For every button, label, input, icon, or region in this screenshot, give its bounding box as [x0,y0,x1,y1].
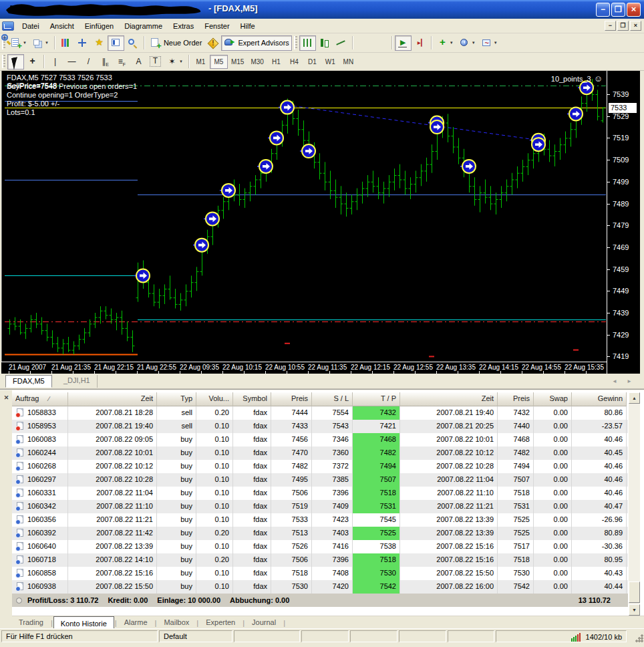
profiles-button[interactable]: ▼ [29,35,51,51]
toolbar-grip[interactable] [294,36,297,49]
column-header-sl-6[interactable]: S / L [312,392,353,406]
history-row-1058833[interactable]: 10588332007.08.21 18:28sell0.20fdax74447… [12,406,628,420]
status-profile[interactable]: Default [159,630,232,642]
timeframe-mn-button[interactable]: MN [339,55,357,69]
auto-scroll-button[interactable]: ▶ [395,35,412,51]
market-watch-button[interactable] [57,35,74,51]
timeframe-h1-button[interactable]: H1 [267,55,285,69]
cursor-button[interactable] [7,54,24,70]
text-button[interactable]: A [130,54,147,70]
menu-fenster[interactable]: Fenster [199,20,234,32]
trade-marker-icon[interactable] [281,101,294,114]
menu-ansicht[interactable]: Ansicht [45,20,79,32]
tab-scroll-arrows[interactable]: ◄ ► [612,378,636,384]
column-header-preis-9[interactable]: Preis [498,392,534,406]
close-button[interactable]: × [627,3,641,17]
history-row-1060342[interactable]: 10603422007.08.22 11:10buy0.10fdax751974… [12,500,628,513]
bar-chart-button[interactable] [299,35,316,51]
expert-advisors-button[interactable]: Expert Advisors [221,35,291,51]
mdi-restore-button[interactable]: ❐ [617,21,629,31]
history-row-1058953[interactable]: 10589532007.08.21 19:40sell0.10fdax74337… [12,420,628,433]
time-axis[interactable]: 21 Aug 200721 Aug 21:3521 Aug 22:1521 Au… [1,362,607,374]
history-row-1060083[interactable]: 10600832007.08.22 09:05buy0.10fdax745673… [12,433,628,446]
trade-marker-icon[interactable] [430,120,444,134]
text-label-button[interactable]: T [147,54,164,70]
timeframe-m5-button[interactable]: M5 [210,55,228,69]
trade-marker-icon[interactable] [270,131,283,144]
trade-marker-icon[interactable] [259,160,273,173]
terminal-scrollbar[interactable]: ▲ ▼ [629,392,640,616]
zoom-out-button[interactable]: − [372,35,389,51]
terminal-button[interactable] [108,35,124,51]
chart-tab-fdaxm5[interactable]: FDAX,M5 [5,375,52,388]
column-header-swap-10[interactable]: Swap [534,392,572,406]
history-row-1060392[interactable]: 10603922007.08.22 11:42buy0.20fdax751374… [12,527,628,540]
data-window-button[interactable] [74,35,91,51]
trade-marker-icon[interactable] [136,269,150,282]
menu-einfügen[interactable]: Einfügen [79,20,119,32]
trade-marker-icon[interactable] [532,138,545,151]
line-chart-button[interactable] [333,35,349,51]
column-header-zeit-1[interactable]: Zeit [68,392,157,406]
terminal-tab-experten[interactable]: Experten [199,617,242,629]
trade-marker-icon[interactable] [302,144,315,158]
column-header-zeit-8[interactable]: Zeit [400,392,498,406]
chart-shift-button[interactable]: ▸┃ [412,35,428,51]
vertical-line-button[interactable]: | [47,54,63,70]
price-chart[interactable] [1,71,607,362]
channel-button[interactable]: ∥E [97,54,114,70]
crosshair-button[interactable]: + [24,54,41,70]
mdi-close-button[interactable]: × [630,21,641,31]
column-header-tp-7[interactable]: T / P [353,392,400,406]
history-row-1060331[interactable]: 10603312007.08.22 11:04buy0.10fdax750673… [12,487,628,500]
timeframe-m1-button[interactable]: M1 [192,55,210,69]
menu-datei[interactable]: Datei [17,20,45,32]
column-header-preis-5[interactable]: Preis [271,392,312,406]
zoom-in-button[interactable]: + [355,35,372,51]
trendline-button[interactable]: / [80,54,97,70]
column-header-gewinn-11[interactable]: Gewinn [572,392,627,406]
chart-tab-djih1[interactable]: _DJI,H1 [57,375,98,388]
arrows-button[interactable]: ✶▼ [164,54,186,70]
menu-extras[interactable]: Extras [168,20,199,32]
horizontal-line-button[interactable]: — [63,54,80,70]
terminal-tab-trading[interactable]: Trading [12,617,50,629]
menu-diagramme[interactable]: Diagramme [119,20,168,32]
timeframe-w1-button[interactable]: W1 [321,55,339,69]
timeframe-m15-button[interactable]: M15 [228,55,247,69]
scroll-down-icon[interactable]: ▼ [629,604,640,616]
resize-grip[interactable] [635,634,643,642]
menu-hilfe[interactable]: Hilfe [235,20,261,32]
timeframe-d1-button[interactable]: D1 [303,55,321,69]
history-row-1060938[interactable]: 10609382007.08.22 15:50buy0.10fdax753074… [12,580,628,594]
trend-line[interactable] [287,105,538,140]
maximize-button[interactable]: ❐ [611,3,625,17]
history-row-1060640[interactable]: 10606402007.08.22 13:39buy0.10fdax752674… [12,540,628,553]
trade-marker-icon[interactable] [462,160,476,173]
column-header-typ-2[interactable]: Typ [157,392,196,406]
timeframe-h4-button[interactable]: H4 [285,55,303,69]
toolbar-grip[interactable] [2,55,5,68]
history-row-1060356[interactable]: 10603562007.08.22 11:21buy0.10fdax753374… [12,513,628,527]
scroll-up-icon[interactable]: ▲ [629,392,640,404]
history-row-1060858[interactable]: 10608582007.08.22 15:16buy0.10fdax751874… [12,567,628,580]
terminal-tab-alarme[interactable]: Alarme [118,617,154,629]
new-order-button[interactable]: +Neue Order [147,35,204,51]
trade-marker-icon[interactable] [195,239,208,252]
column-header-volu-3[interactable]: Volu... [196,392,233,406]
terminal-tab-konto-historie[interactable]: Konto Historie [53,616,114,628]
history-row-1060268[interactable]: 10602682007.08.22 10:12buy0.10fdax748273… [12,460,628,473]
trade-marker-icon[interactable] [206,212,219,225]
mdi-minimize-button[interactable]: − [605,21,616,31]
candlestick-chart-button[interactable] [316,35,333,51]
chart-window-icon[interactable] [2,21,14,31]
title-bar[interactable]: - [FDAX,M5] − ❐ × [0,0,644,19]
navigator-button[interactable]: ★ [91,35,108,51]
trade-marker-icon[interactable] [222,184,235,197]
history-row-1060297[interactable]: 10602972007.08.22 10:28buy0.10fdax749573… [12,473,628,487]
templates-button[interactable]: ▼ [478,35,500,51]
fibonacci-button[interactable]: ≡F [114,54,130,70]
price-axis[interactable]: 7539752975197509749974897479746974597449… [607,71,640,374]
periods-button[interactable]: ▼ [456,35,478,51]
strategy-tester-button[interactable] [124,35,141,51]
